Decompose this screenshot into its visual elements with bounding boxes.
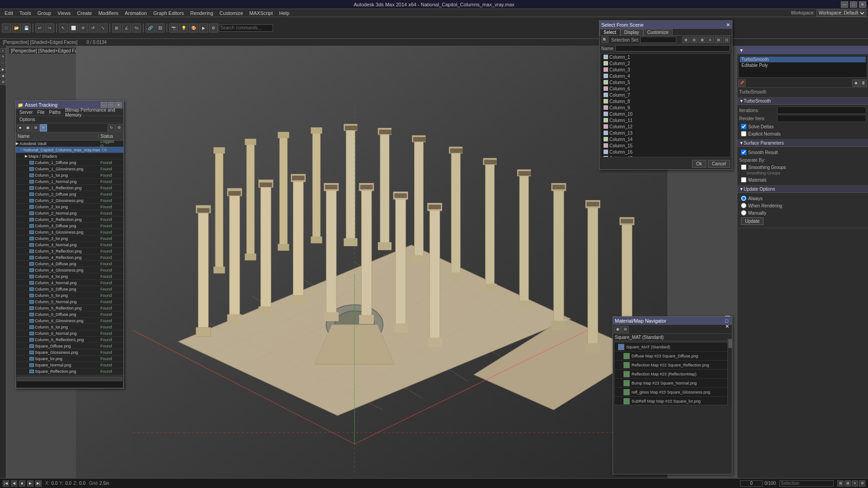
tab-display[interactable]: Display — [620, 29, 643, 35]
make-unique-btn[interactable]: ◉ — [852, 80, 859, 87]
at-tool-3[interactable]: ⊞ — [32, 124, 39, 131]
move-btn[interactable]: ✛ — [79, 23, 88, 33]
undo-btn[interactable]: ↩ — [35, 23, 44, 33]
asset-row[interactable]: Column_4_lor.pngFound — [16, 273, 123, 280]
asset-status-input[interactable] — [16, 381, 123, 388]
angle-snap-btn[interactable]: ∠ — [122, 23, 131, 33]
render-iter-input[interactable]: 0 — [777, 115, 866, 122]
menu-help[interactable]: Help — [277, 10, 292, 16]
menu-bitmap-perf[interactable]: Bitmap Performance and Memory — [63, 108, 122, 117]
workspace-selector[interactable]: Workspace: Default — [816, 9, 866, 17]
asset-row[interactable]: Column_1_Normal.pngFound — [16, 178, 123, 185]
asset-list[interactable]: ▶ Autodesk VaultLogged O...□ National_Ca… — [16, 141, 123, 375]
scene-item[interactable]: □Column_11 — [601, 117, 731, 123]
asset-row[interactable]: Column_4_Normal.pngFound — [16, 280, 123, 286]
select-scene-close-btn[interactable]: ✕ — [726, 22, 730, 28]
next-frame-btn[interactable]: ▶ — [27, 480, 33, 487]
maximize-button[interactable]: □ — [850, 1, 857, 8]
sidebar-hierarchy-btn[interactable]: ⋯ — [0, 61, 6, 66]
mat-nav-scroll-thumb[interactable] — [728, 339, 732, 348]
asset-row[interactable]: Column_2_Normal.pngFound — [16, 210, 123, 216]
snap-btn[interactable]: ⊞ — [112, 23, 121, 33]
asset-row[interactable]: Square_Reflection.pngFound — [16, 368, 123, 375]
material-list[interactable]: Square_MAT (Standard)Diffuse Map #23 Squ… — [614, 342, 731, 405]
mat-nav-tool-1[interactable]: ◉ — [614, 326, 621, 333]
always-update-radio[interactable] — [741, 196, 746, 201]
scene-item[interactable]: □Column_8 — [601, 98, 731, 104]
material-item[interactable]: Reflection Map #23 (ReflectionMap) — [614, 370, 731, 379]
menu-paths[interactable]: Paths — [47, 110, 63, 115]
when-rendering-radio[interactable] — [741, 203, 746, 208]
search-input[interactable] — [219, 24, 273, 32]
tab-select[interactable]: Select — [599, 29, 620, 35]
asset-row[interactable]: Column_1_Diffuse.pngFound — [16, 160, 123, 166]
at-tool-2[interactable]: ▣ — [24, 124, 32, 131]
menu-maxscript[interactable]: MAXScript — [247, 10, 276, 16]
menu-edit[interactable]: Edit — [2, 10, 16, 16]
open-btn[interactable]: 📂 — [12, 23, 21, 33]
asset-row[interactable]: Column_2_Diffuse.pngFound — [16, 191, 123, 197]
menu-views[interactable]: Views — [55, 10, 73, 16]
toggle-icon-5[interactable]: ⊞ — [715, 37, 722, 43]
asset-row[interactable]: Column_6_Reflection1.pngFound — [16, 337, 123, 343]
iterations-input[interactable]: 1 — [777, 107, 866, 114]
asset-row[interactable]: Square_Normal.pngFound — [16, 362, 123, 368]
menu-file[interactable]: File — [35, 110, 46, 115]
select-region-btn[interactable]: ⬜ — [69, 23, 78, 33]
material-item[interactable]: SubRefl Map Map #23 Square_lor.png — [614, 397, 731, 405]
scene-item[interactable]: □Column_10 — [601, 111, 731, 117]
asset-row[interactable]: ▶ Maps / Shaders — [16, 153, 123, 160]
update-button[interactable]: Update — [741, 217, 764, 225]
sidebar-motion-btn[interactable]: ▶ — [0, 67, 6, 72]
remove-modifier-btn[interactable]: 🗑 — [860, 80, 867, 87]
asset-row[interactable]: Column_6_Glossiness.pngFound — [16, 318, 123, 324]
toggle-icon-3[interactable]: ⊠ — [698, 37, 706, 43]
scene-item[interactable]: □Column_13 — [601, 130, 731, 136]
asset-scroll-bar[interactable] — [16, 375, 123, 381]
stop-btn[interactable]: ■ — [19, 480, 25, 487]
material-item[interactable]: Square_MAT (Standard) — [614, 343, 731, 352]
toggle-icon-1[interactable]: ⊞ — [682, 37, 689, 43]
asset-row[interactable]: Column_3_Glossiness.pngFound — [16, 229, 123, 235]
at-refresh-btn[interactable]: ↻ — [108, 124, 115, 131]
scene-item[interactable]: □Column_14 — [601, 136, 731, 142]
asset-row[interactable]: Square_Glossiness.pngFound — [16, 349, 123, 356]
mat-nav-minimize-btn[interactable]: — — [725, 313, 730, 318]
rotate-btn[interactable]: ↺ — [89, 23, 98, 33]
status-mini-btn-4[interactable]: ⚙ — [859, 480, 865, 487]
toggle-icon-2[interactable]: ⊟ — [690, 37, 698, 43]
render-btn[interactable]: ▶ — [199, 23, 208, 33]
sidebar-create-btn[interactable]: + — [0, 48, 6, 53]
material-item[interactable]: Diffuse Map #23 Square_Diffuse.png — [614, 352, 731, 361]
asset-row[interactable]: Column_5_Normal.pngFound — [16, 299, 123, 305]
menu-rendering[interactable]: Rendering — [188, 10, 216, 16]
scene-item[interactable]: □Column_7 — [601, 92, 731, 98]
asset-row[interactable]: Column_4_Diffuse.pngFound — [16, 261, 123, 267]
asset-row[interactable]: Column_3_Diffuse.pngFound — [16, 223, 123, 229]
section-surface-params[interactable]: ▼ Surface Parameters — [737, 140, 868, 147]
asset-row[interactable]: □ National_Capitol_Columns_max_vray.maxO… — [16, 147, 123, 153]
toggle-icon-4[interactable]: ≡ — [707, 37, 714, 43]
pin-btn[interactable]: 📌 — [738, 80, 745, 87]
smooth-result-checkbox[interactable] — [741, 150, 746, 155]
asset-row[interactable]: Column_2_Glossiness.pngFound — [16, 197, 123, 204]
at-tool-1[interactable]: ■ — [17, 124, 24, 131]
select-btn[interactable]: ↖ — [59, 23, 68, 33]
asset-tracking-restore-btn[interactable]: □ — [108, 102, 114, 108]
material-btn[interactable]: 🎨 — [189, 23, 198, 33]
asset-row[interactable]: ▶ Autodesk VaultLogged O... — [16, 141, 123, 147]
asset-tracking-minimize-btn[interactable]: — — [101, 102, 107, 108]
asset-row[interactable]: Column_2_Reflection.pngFound — [16, 216, 123, 223]
asset-row[interactable]: Column_6_Diffuse.pngFound — [16, 311, 123, 318]
time-input[interactable] — [740, 480, 763, 487]
material-item[interactable]: Bump Map #23 Square_Normal.png — [614, 379, 731, 388]
scene-item[interactable]: □Column_12 — [601, 123, 731, 130]
asset-scroll-track[interactable] — [17, 377, 123, 380]
at-tool-4[interactable]: ≡ — [40, 124, 47, 131]
scene-ok-button[interactable]: Ok — [692, 160, 706, 168]
menu-create[interactable]: Create — [74, 10, 94, 16]
toggle-icon-6[interactable]: ⊡ — [723, 37, 730, 43]
menu-animation[interactable]: Animation — [122, 10, 150, 16]
material-item[interactable]: Reflection Map #22 Square_Reflection.png — [614, 361, 731, 370]
section-update-options[interactable]: ▼ Update Options — [737, 186, 868, 193]
